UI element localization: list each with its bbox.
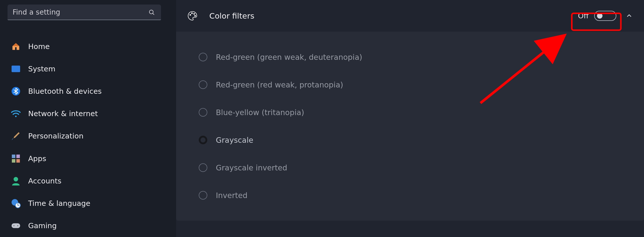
- radio-icon: [199, 136, 207, 144]
- sidebar-item-gaming[interactable]: Gaming: [8, 215, 169, 237]
- option-label: Blue-yellow (tritanopia): [216, 108, 304, 117]
- option-protanopia[interactable]: Red-green (red weak, protanopia): [199, 71, 644, 99]
- palette-icon: [187, 10, 198, 22]
- svg-rect-7: [12, 159, 15, 163]
- svg-rect-2: [12, 66, 20, 72]
- svg-point-4: [15, 116, 17, 117]
- option-label: Inverted: [216, 191, 248, 200]
- svg-rect-5: [12, 155, 15, 158]
- svg-point-0: [149, 10, 153, 14]
- search-icon: [148, 9, 155, 16]
- option-label: Grayscale: [216, 136, 253, 145]
- person-icon: [11, 176, 21, 186]
- svg-point-18: [191, 13, 192, 14]
- svg-point-15: [14, 225, 15, 226]
- option-label: Grayscale inverted: [216, 163, 287, 172]
- svg-point-20: [195, 15, 196, 16]
- search-input[interactable]: [8, 5, 161, 20]
- apps-icon: [11, 154, 21, 163]
- sidebar-item-bluetooth[interactable]: Bluetooth & devices: [8, 80, 169, 102]
- sidebar-item-label: Bluetooth & devices: [28, 87, 102, 96]
- svg-point-16: [17, 225, 18, 226]
- option-grayscale-inverted[interactable]: Grayscale inverted: [199, 154, 644, 181]
- radio-icon: [199, 163, 207, 172]
- settings-main: Color filters Off Red-green (green weak,…: [176, 0, 644, 237]
- sidebar-item-label: System: [28, 65, 55, 73]
- annotation-highlight-box: [571, 13, 622, 31]
- color-filter-options: Red-green (green weak, deuteranopia) Red…: [176, 32, 644, 221]
- option-tritanopia[interactable]: Blue-yellow (tritanopia): [199, 99, 644, 126]
- svg-rect-14: [12, 223, 20, 228]
- sidebar-item-apps[interactable]: Apps: [8, 147, 169, 170]
- svg-rect-8: [16, 159, 20, 163]
- sidebar-item-label: Time & language: [28, 199, 90, 208]
- option-label: Red-green (red weak, protanopia): [216, 80, 343, 89]
- sidebar-item-label: Apps: [28, 154, 46, 163]
- sidebar-item-time-language[interactable]: Time & language: [8, 192, 169, 215]
- radio-icon: [199, 53, 207, 61]
- search-wrap: [8, 5, 161, 20]
- radio-icon: [199, 108, 207, 117]
- sidebar-item-label: Accounts: [28, 177, 61, 185]
- svg-point-9: [14, 177, 18, 181]
- option-grayscale[interactable]: Grayscale: [199, 126, 644, 154]
- wifi-icon: [11, 109, 21, 118]
- sidebar-item-personalization[interactable]: Personalization: [8, 125, 169, 147]
- paintbrush-icon: [11, 131, 21, 141]
- system-icon: [11, 64, 21, 74]
- svg-line-1: [153, 13, 154, 15]
- option-inverted[interactable]: Inverted: [199, 181, 644, 209]
- gamepad-icon: [11, 221, 21, 230]
- sidebar-item-accounts[interactable]: Accounts: [8, 170, 169, 192]
- svg-point-17: [190, 14, 191, 15]
- collapse-chevron-icon[interactable]: [626, 13, 632, 19]
- bluetooth-icon: [11, 86, 21, 96]
- home-icon: [11, 42, 21, 51]
- svg-rect-6: [16, 155, 20, 158]
- sidebar-item-label: Network & internet: [28, 109, 98, 118]
- sidebar-item-label: Personalization: [28, 132, 84, 140]
- clock-globe-icon: [11, 199, 21, 208]
- sidebar-item-label: Home: [28, 42, 50, 51]
- sidebar-item-label: Gaming: [28, 221, 57, 230]
- option-deuteranopia[interactable]: Red-green (green weak, deuteranopia): [199, 43, 644, 71]
- settings-sidebar: Home System Bluetooth & devices Network …: [0, 0, 176, 237]
- sidebar-item-home[interactable]: Home: [8, 35, 169, 58]
- sidebar-item-network[interactable]: Network & internet: [8, 103, 169, 125]
- svg-point-19: [194, 13, 195, 14]
- sidebar-item-system[interactable]: System: [8, 58, 169, 80]
- header-title: Color filters: [209, 11, 254, 20]
- option-label: Red-green (green weak, deuteranopia): [216, 53, 362, 62]
- radio-icon: [199, 191, 207, 200]
- radio-icon: [199, 80, 207, 89]
